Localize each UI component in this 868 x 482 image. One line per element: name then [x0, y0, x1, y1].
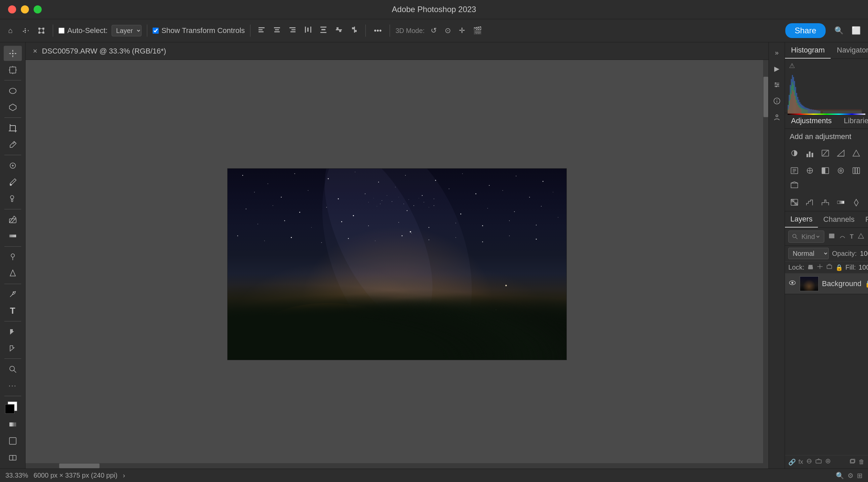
- hist-warning-button[interactable]: ⚠: [789, 62, 795, 70]
- transform-controls-checkbox[interactable]: [153, 28, 159, 34]
- share-button[interactable]: Share: [785, 23, 826, 38]
- blend-mode-select[interactable]: Normal: [788, 248, 829, 259]
- zoom-tool[interactable]: [4, 362, 22, 377]
- lock-artboard-button[interactable]: [826, 263, 833, 271]
- color-lookup-button[interactable]: [788, 179, 801, 191]
- gradient-map-button[interactable]: [834, 196, 847, 208]
- canvas-vscroll[interactable]: [763, 60, 769, 469]
- vibrance-button[interactable]: [849, 147, 863, 159]
- persons-icon-button[interactable]: [770, 110, 784, 124]
- invert-button[interactable]: [788, 196, 801, 208]
- align-left-button[interactable]: [256, 25, 267, 37]
- distribute-h-button[interactable]: [302, 25, 314, 37]
- panel-toggle-button[interactable]: »: [770, 46, 784, 59]
- distribute-v-button[interactable]: [318, 25, 329, 37]
- lock-all-button[interactable]: 🔒: [835, 264, 843, 271]
- maximize-button[interactable]: [34, 5, 42, 13]
- exposure-button[interactable]: [834, 147, 847, 159]
- levels-button[interactable]: [803, 147, 816, 159]
- hue-saturation-button[interactable]: [788, 165, 801, 177]
- align-right-button[interactable]: [287, 25, 298, 37]
- hscroll-thumb[interactable]: [59, 463, 99, 468]
- crop-tool[interactable]: [4, 120, 22, 136]
- info-icon-button[interactable]: [770, 94, 784, 108]
- paths-tab[interactable]: Paths: [860, 212, 868, 227]
- channels-tab[interactable]: Channels: [818, 212, 860, 227]
- layers-tab[interactable]: Layers: [785, 211, 818, 228]
- new-layer-button[interactable]: [849, 458, 856, 466]
- tab-close-button[interactable]: ×: [31, 46, 39, 56]
- canvas-wrapper[interactable]: [26, 60, 769, 469]
- search-button[interactable]: 🔍: [832, 25, 845, 36]
- add-mask-button[interactable]: [806, 458, 812, 466]
- more-tools-button[interactable]: ···: [4, 378, 22, 393]
- lock-position-button[interactable]: [816, 263, 823, 271]
- spot-heal-tool[interactable]: [4, 158, 22, 173]
- channel-mixer-button[interactable]: [849, 165, 863, 177]
- vscroll-thumb[interactable]: [764, 77, 768, 117]
- brightness-contrast-button[interactable]: [788, 147, 801, 159]
- layer-select[interactable]: Layer: [112, 25, 142, 36]
- layer-visibility-button[interactable]: [788, 279, 796, 288]
- text-tool[interactable]: T: [4, 303, 22, 318]
- play-button[interactable]: ▶: [770, 62, 784, 76]
- add-style-button[interactable]: fx: [798, 458, 803, 466]
- home-button[interactable]: ⌂: [5, 25, 15, 36]
- pixel-filter-button[interactable]: [827, 232, 836, 241]
- dodge-tool[interactable]: [4, 249, 22, 264]
- adjustment-filter-button[interactable]: [838, 232, 847, 241]
- delete-layer-button[interactable]: 🗑: [859, 458, 865, 466]
- new-group-button[interactable]: [815, 458, 822, 466]
- new-adjustment-button[interactable]: [825, 458, 831, 466]
- eyedropper-tool[interactable]: [4, 137, 22, 152]
- sharpen-tool[interactable]: [4, 266, 22, 281]
- minimize-button[interactable]: [21, 5, 29, 13]
- transform-tool-button[interactable]: [35, 26, 48, 35]
- eraser-tool[interactable]: [4, 212, 22, 227]
- pen-tool[interactable]: [4, 287, 22, 302]
- selective-color-button[interactable]: [849, 196, 863, 208]
- path-select-tool[interactable]: [4, 324, 22, 339]
- close-button[interactable]: [8, 5, 16, 13]
- window-button[interactable]: ⬜: [849, 25, 863, 36]
- brush-tool[interactable]: [4, 174, 22, 190]
- auto-select-checkbox[interactable]: [59, 28, 65, 34]
- curves-button[interactable]: [818, 147, 832, 159]
- more-options-button[interactable]: •••: [371, 25, 384, 36]
- distribute-h2-button[interactable]: [333, 25, 345, 37]
- color-balance-button[interactable]: [803, 165, 816, 177]
- gradient-tool[interactable]: [4, 229, 22, 244]
- frame-tool-button[interactable]: [4, 450, 22, 465]
- adjustments-icon-button[interactable]: [770, 78, 784, 91]
- layers-kind-select[interactable]: Kind: [800, 233, 820, 241]
- rotate-3d-button[interactable]: ↺: [429, 25, 439, 36]
- move-tool[interactable]: [4, 46, 22, 61]
- posterize-button[interactable]: [803, 196, 816, 208]
- shape-filter-button[interactable]: [856, 232, 866, 241]
- layer-item[interactable]: Background 🔒: [785, 274, 868, 294]
- link-layers-button[interactable]: 🔗: [788, 458, 796, 466]
- move-tool-button[interactable]: [19, 26, 31, 35]
- clone-stamp-tool[interactable]: [4, 191, 22, 206]
- lock-pixels-button[interactable]: [807, 263, 814, 271]
- screen-mode-button[interactable]: [4, 433, 22, 449]
- threshold-button[interactable]: [818, 196, 832, 208]
- black-white-button[interactable]: [818, 165, 832, 177]
- histogram-tab[interactable]: Histogram: [785, 42, 831, 59]
- pan-3d-button[interactable]: ✛: [457, 25, 467, 36]
- polygon-select-tool[interactable]: [4, 100, 22, 115]
- lasso-tool[interactable]: [4, 83, 22, 98]
- photo-filter-button[interactable]: [834, 165, 847, 177]
- bottom-arrange-button[interactable]: ⊞: [857, 472, 863, 480]
- fg-color-swatch[interactable]: [5, 404, 14, 414]
- artboard-tool[interactable]: [4, 62, 22, 78]
- navigator-tab[interactable]: Navigator: [831, 42, 868, 59]
- canvas-hscroll[interactable]: [26, 463, 763, 469]
- bottom-settings-button[interactable]: ⚙: [847, 472, 854, 480]
- quick-mask-button[interactable]: [4, 417, 22, 432]
- align-center-button[interactable]: [271, 25, 283, 37]
- distribute-v2-button[interactable]: [349, 25, 360, 37]
- bottom-search-button[interactable]: 🔍: [836, 472, 844, 480]
- camera-3d-button[interactable]: 🎬: [471, 25, 484, 36]
- orbit-3d-button[interactable]: ⊙: [443, 25, 453, 36]
